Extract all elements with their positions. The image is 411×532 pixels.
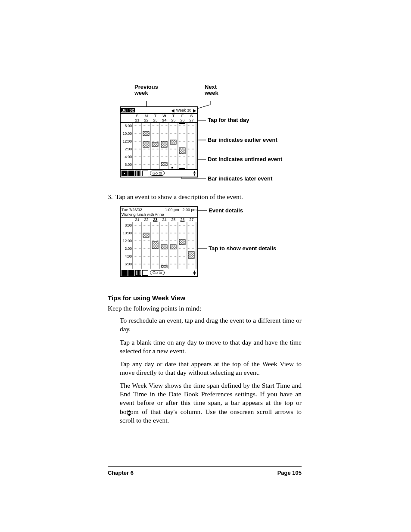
day-number[interactable]: 24 — [160, 218, 169, 222]
footer-rule — [108, 466, 302, 467]
day-letter[interactable]: M — [142, 114, 151, 118]
svg-rect-32 — [179, 148, 185, 154]
goto-button[interactable]: Go to — [150, 270, 165, 275]
event-title: Working lunch with Anne — [121, 212, 197, 218]
svg-rect-60 — [179, 240, 185, 245]
view-month-icon[interactable] — [135, 171, 141, 176]
day-letter[interactable]: T — [169, 114, 178, 118]
event-time-range: 1:00 pm - 2:00 pm — [165, 208, 196, 212]
goto-button[interactable]: Go to — [150, 171, 165, 176]
svg-rect-28 — [152, 142, 158, 146]
callout-tap-day: Tap for that day — [208, 117, 249, 123]
view-day-icon[interactable]: ▪ — [121, 171, 128, 176]
day-number[interactable]: 23 — [151, 218, 160, 222]
view-month-icon[interactable] — [135, 270, 141, 276]
day-letter[interactable]: S — [133, 114, 142, 118]
prev-week-arrow-icon[interactable]: ◀ — [170, 108, 175, 113]
tip-item: To reschedule an event, tap and drag the… — [120, 316, 302, 333]
svg-rect-34 — [171, 167, 173, 168]
view-day-icon[interactable] — [121, 270, 128, 276]
week-label: Week 30 — [175, 108, 192, 112]
footer-chapter: Chapter 6 — [108, 470, 134, 476]
svg-rect-58 — [161, 265, 167, 268]
svg-rect-63 — [127, 413, 131, 413]
scroll-up-down-icon[interactable]: ▲▼ — [193, 270, 196, 275]
callout-event-details: Event details — [209, 208, 243, 214]
next-week-label: Next week — [205, 84, 218, 96]
previous-week-label: Previous week — [134, 84, 158, 96]
day-letter[interactable]: W — [160, 114, 169, 118]
day-number[interactable]: 26 — [178, 218, 187, 222]
day-letter[interactable]: S — [187, 114, 196, 118]
day-number[interactable]: 25 — [169, 118, 178, 122]
day-number[interactable]: 22 — [142, 118, 151, 122]
svg-rect-26 — [143, 131, 149, 136]
day-number[interactable]: 24 — [160, 118, 169, 122]
svg-rect-29 — [161, 141, 167, 147]
view-week-icon[interactable] — [128, 171, 134, 176]
step-3: 3.Tap an event to show a description of … — [108, 193, 302, 201]
footer-page: Page 105 — [277, 470, 302, 476]
svg-rect-57 — [161, 245, 167, 249]
week-view-figure-2: Tue 7/23/02 1:00 pm - 2:00 pm Working lu… — [108, 205, 302, 288]
day-number[interactable]: 21 — [133, 218, 142, 222]
svg-marker-64 — [127, 414, 131, 416]
day-number[interactable]: 23 — [151, 118, 160, 122]
svg-rect-56 — [152, 242, 158, 249]
svg-rect-59 — [170, 245, 176, 249]
month-badge: Jul '02 — [121, 108, 135, 112]
callout-tap-show-details: Tap to show event details — [209, 246, 276, 252]
callout-untimed-event: Dot indicates untimed event — [208, 156, 282, 162]
svg-rect-61 — [188, 252, 194, 258]
step-3-text: Tap an event to show a description of th… — [115, 193, 243, 200]
scroll-arrows-icon — [127, 410, 132, 416]
scroll-up-down-icon[interactable]: ▲▼ — [193, 171, 196, 176]
day-number[interactable]: 21 — [133, 118, 142, 122]
tip-item: Tap a blank time on any day to move to t… — [120, 338, 302, 355]
svg-rect-30 — [161, 162, 167, 166]
day-number[interactable]: 25 — [169, 218, 178, 222]
tip-item: Tap any day or date that appears at the … — [120, 360, 302, 377]
svg-marker-62 — [127, 410, 131, 412]
view-week-icon[interactable] — [128, 270, 134, 276]
svg-rect-55 — [143, 233, 149, 237]
tip-item: The Week View shows the time span define… — [120, 381, 302, 425]
svg-rect-31 — [170, 140, 176, 144]
tips-heading: Tips for using Week View — [108, 294, 302, 302]
svg-rect-27 — [143, 141, 149, 147]
view-agenda-icon[interactable] — [142, 270, 148, 276]
next-week-arrow-icon[interactable]: ▶ — [192, 108, 197, 113]
day-number[interactable]: 22 — [142, 218, 151, 222]
day-letter[interactable]: T — [151, 114, 160, 118]
tip-text: The Week View shows the time span define… — [120, 382, 302, 424]
svg-rect-33 — [179, 123, 185, 124]
day-number[interactable]: 27 — [187, 118, 196, 122]
callout-later-event: Bar indicates later event — [208, 176, 272, 182]
day-number[interactable]: 26 — [178, 118, 187, 122]
week-view-figure-1: Jul '02 ◀ Week 30 ▶ S M T W T F S 21 22 … — [108, 101, 302, 187]
event-date: Tue 7/23/02 — [121, 208, 142, 212]
day-letter[interactable]: F — [178, 114, 187, 118]
tips-intro: Keep the following points in mind: — [108, 304, 302, 313]
day-number[interactable]: 27 — [187, 218, 196, 222]
callout-earlier-event: Bar indicates earlier event — [208, 137, 277, 143]
svg-rect-35 — [179, 168, 185, 169]
view-agenda-icon[interactable] — [142, 171, 148, 176]
